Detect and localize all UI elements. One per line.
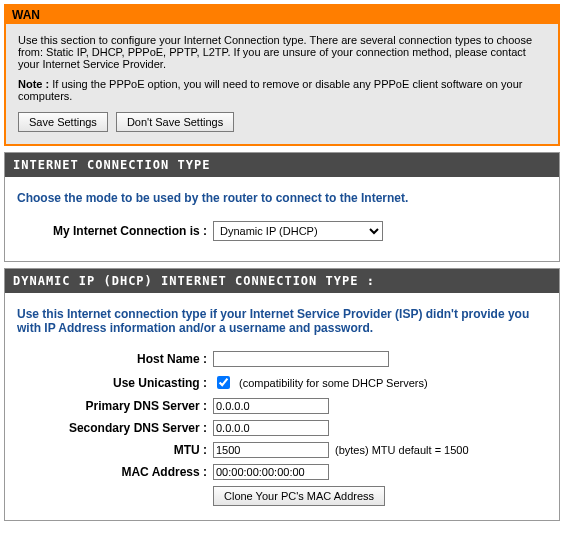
dont-save-settings-button[interactable]: Don't Save Settings xyxy=(116,112,234,132)
ict-title: INTERNET CONNECTION TYPE xyxy=(5,153,559,177)
unicast-label: Use Unicasting : xyxy=(17,376,213,390)
host-name-label: Host Name : xyxy=(17,352,213,366)
wan-intro-text: Use this section to configure your Inter… xyxy=(18,34,546,70)
dhcp-section: DYNAMIC IP (DHCP) INTERNET CONNECTION TY… xyxy=(4,268,560,521)
unicast-hint: (compatibility for some DHCP Servers) xyxy=(239,377,428,389)
internet-connection-type-section: INTERNET CONNECTION TYPE Choose the mode… xyxy=(4,152,560,262)
internet-connection-select[interactable]: Dynamic IP (DHCP) xyxy=(213,221,383,241)
wan-note-text: If using the PPPoE option, you will need… xyxy=(18,78,522,102)
clone-mac-button[interactable]: Clone Your PC's MAC Address xyxy=(213,486,385,506)
primary-dns-input[interactable] xyxy=(213,398,329,414)
wan-note-label: Note : xyxy=(18,78,49,90)
dhcp-instruction: Use this Internet connection type if you… xyxy=(17,307,547,335)
mtu-label: MTU : xyxy=(17,443,213,457)
dhcp-title: DYNAMIC IP (DHCP) INTERNET CONNECTION TY… xyxy=(5,269,559,293)
primary-dns-label: Primary DNS Server : xyxy=(17,399,213,413)
mac-label: MAC Address : xyxy=(17,465,213,479)
mtu-input[interactable] xyxy=(213,442,329,458)
secondary-dns-label: Secondary DNS Server : xyxy=(17,421,213,435)
mtu-hint: (bytes) MTU default = 1500 xyxy=(335,444,469,456)
save-settings-button[interactable]: Save Settings xyxy=(18,112,108,132)
secondary-dns-input[interactable] xyxy=(213,420,329,436)
wan-panel: WAN Use this section to configure your I… xyxy=(4,4,560,146)
unicast-checkbox[interactable] xyxy=(217,376,230,389)
mac-input[interactable] xyxy=(213,464,329,480)
host-name-input[interactable] xyxy=(213,351,389,367)
ict-label: My Internet Connection is : xyxy=(17,224,213,238)
ict-instruction: Choose the mode to be used by the router… xyxy=(17,191,547,205)
wan-title: WAN xyxy=(6,6,558,24)
